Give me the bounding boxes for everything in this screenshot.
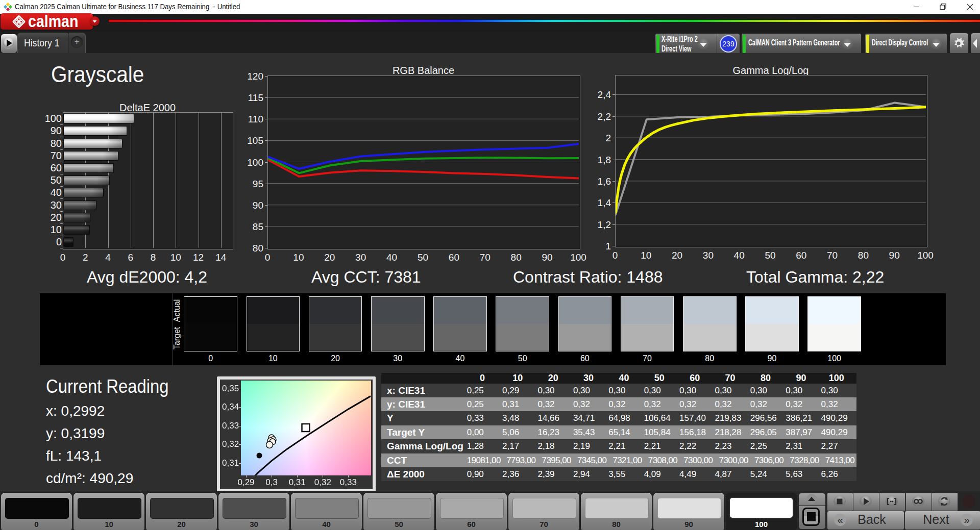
- svg-text:»: »: [964, 514, 969, 525]
- svg-text:Back: Back: [857, 512, 886, 526]
- svg-text:Next: Next: [923, 512, 949, 526]
- svg-text:«: «: [837, 514, 843, 525]
